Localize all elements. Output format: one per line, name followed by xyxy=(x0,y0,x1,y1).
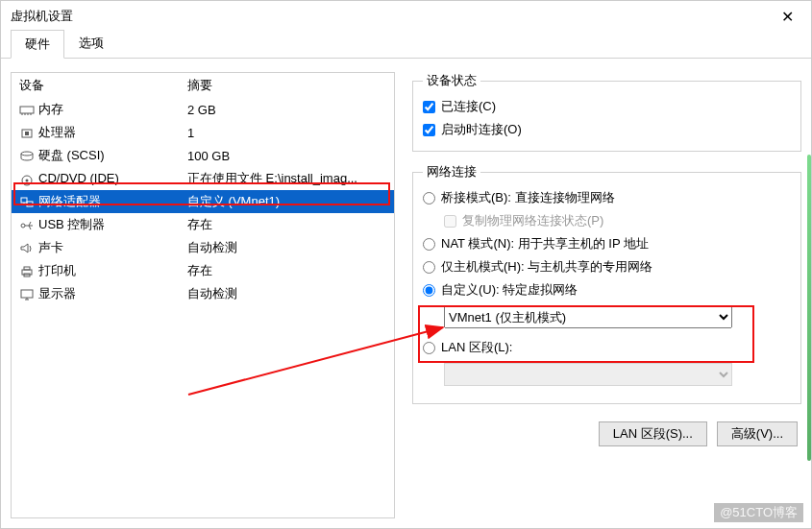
device-summary: 100 GB xyxy=(180,144,394,167)
settings-panel: 设备状态 已连接(C) 启动时连接(O) 网络连接 桥接模式(B): 直接连接物… xyxy=(412,72,801,518)
checkbox-connected-input[interactable] xyxy=(423,101,435,113)
checkbox-replicate-input xyxy=(444,215,456,228)
table-row[interactable]: 内存2 GB xyxy=(12,98,394,121)
checkbox-power-on-input[interactable] xyxy=(423,124,435,136)
close-icon[interactable]: ✕ xyxy=(774,8,801,26)
custom-vmnet-select[interactable]: VMnet1 (仅主机模式) xyxy=(444,305,732,328)
disk-icon xyxy=(19,150,35,162)
col-summary: 摘要 xyxy=(180,73,394,98)
radio-custom[interactable]: 自定义(U): 特定虚拟网络 xyxy=(423,278,791,301)
checkbox-connected[interactable]: 已连接(C) xyxy=(423,95,791,118)
col-device: 设备 xyxy=(12,73,180,98)
device-summary: 自动检测 xyxy=(180,282,394,305)
advanced-button[interactable]: 高级(V)... xyxy=(717,421,798,446)
hardware-list-panel: 设备 摘要 内存2 GB处理器1硬盘 (SCSI)100 GBCD/DVD (I… xyxy=(11,72,395,518)
device-name: 打印机 xyxy=(38,263,76,277)
radio-nat-label: NAT 模式(N): 用于共享主机的 IP 地址 xyxy=(441,235,649,252)
tab-bar: 硬件 选项 xyxy=(1,32,811,59)
radio-custom-input[interactable] xyxy=(423,284,435,297)
device-summary: 1 xyxy=(180,121,394,144)
network-legend: 网络连接 xyxy=(423,163,480,180)
network-connection-group: 网络连接 桥接模式(B): 直接连接物理网络 复制物理网络连接状态(P) NAT… xyxy=(412,163,801,404)
table-row[interactable]: USB 控制器存在 xyxy=(12,213,394,236)
svg-rect-21 xyxy=(21,290,33,298)
device-summary: 2 GB xyxy=(180,98,394,121)
svg-point-7 xyxy=(21,152,33,156)
radio-lan-label: LAN 区段(L): xyxy=(441,339,512,356)
radio-lan-input[interactable] xyxy=(423,342,435,354)
device-summary: 存在 xyxy=(180,259,394,282)
dialog-body: 设备 摘要 内存2 GB处理器1硬盘 (SCSI)100 GBCD/DVD (I… xyxy=(1,59,811,528)
device-summary: 正在使用文件 E:\install_imag... xyxy=(180,167,394,190)
device-name: 声卡 xyxy=(38,240,63,254)
hardware-table: 设备 摘要 内存2 GB处理器1硬盘 (SCSI)100 GBCD/DVD (I… xyxy=(12,73,394,305)
svg-point-9 xyxy=(26,179,29,181)
device-name: 网络适配器 xyxy=(38,194,101,208)
cd-icon xyxy=(19,174,35,186)
radio-hostonly-label: 仅主机模式(H): 与主机共享的专用网络 xyxy=(441,258,652,276)
display-icon xyxy=(19,288,35,301)
vm-settings-window: 虚拟机设置 ✕ 硬件 选项 设备 摘要 内存2 GB处理器1硬盘 (SCSI)1… xyxy=(0,0,812,529)
radio-bridge-input[interactable] xyxy=(423,192,435,204)
device-status-group: 设备状态 已连接(C) 启动时连接(O) xyxy=(412,72,801,152)
svg-line-17 xyxy=(29,226,31,229)
cpu-icon xyxy=(19,127,35,139)
device-name: USB 控制器 xyxy=(38,217,105,231)
checkbox-power-on[interactable]: 启动时连接(O) xyxy=(423,118,791,141)
table-row[interactable]: 处理器1 xyxy=(12,121,394,144)
svg-point-14 xyxy=(21,224,25,228)
table-row[interactable]: 硬盘 (SCSI)100 GB xyxy=(12,144,394,167)
device-summary: 存在 xyxy=(180,213,394,236)
watermark: @51CTO博客 xyxy=(714,503,803,522)
lan-segments-button[interactable]: LAN 区段(S)... xyxy=(599,421,707,446)
tab-options[interactable]: 选项 xyxy=(64,29,118,58)
printer-icon xyxy=(19,265,35,277)
radio-custom-label: 自定义(U): 特定虚拟网络 xyxy=(441,281,578,299)
device-name: 显示器 xyxy=(38,286,76,301)
table-row[interactable]: 声卡自动检测 xyxy=(12,236,394,259)
table-row[interactable]: 网络适配器自定义 (VMnet1) xyxy=(12,190,394,213)
device-summary: 自定义 (VMnet1) xyxy=(180,190,394,213)
usb-icon xyxy=(19,219,35,231)
radio-nat-input[interactable] xyxy=(423,238,435,251)
lan-segment-select xyxy=(444,363,732,386)
button-row: LAN 区段(S)... 高级(V)... xyxy=(412,416,801,446)
radio-nat[interactable]: NAT 模式(N): 用于共享主机的 IP 地址 xyxy=(423,232,791,255)
checkbox-replicate-label: 复制物理网络连接状态(P) xyxy=(462,212,603,229)
svg-rect-19 xyxy=(24,267,30,270)
table-row[interactable]: CD/DVD (IDE)正在使用文件 E:\install_imag... xyxy=(12,167,394,190)
scroll-indicator xyxy=(807,155,811,461)
device-name: 硬盘 (SCSI) xyxy=(38,148,105,162)
device-summary: 自动检测 xyxy=(180,236,394,259)
checkbox-connected-label: 已连接(C) xyxy=(441,98,496,115)
nic-icon xyxy=(19,196,35,208)
table-row[interactable]: 显示器自动检测 xyxy=(12,282,394,305)
svg-rect-6 xyxy=(25,132,29,135)
radio-hostonly-input[interactable] xyxy=(423,261,435,274)
memory-icon xyxy=(19,104,35,116)
tab-hardware[interactable]: 硬件 xyxy=(11,30,64,59)
device-name: 内存 xyxy=(38,102,63,116)
svg-line-16 xyxy=(29,222,31,226)
window-title: 虚拟机设置 xyxy=(11,8,73,25)
table-row[interactable]: 打印机存在 xyxy=(12,259,394,282)
device-name: 处理器 xyxy=(38,125,76,139)
radio-lan[interactable]: LAN 区段(L): xyxy=(423,336,791,359)
svg-rect-0 xyxy=(20,107,34,113)
titlebar: 虚拟机设置 ✕ xyxy=(1,1,811,32)
sound-icon xyxy=(19,242,35,254)
device-name: CD/DVD (IDE) xyxy=(38,171,119,185)
radio-bridge[interactable]: 桥接模式(B): 直接连接物理网络 xyxy=(423,186,791,209)
checkbox-power-on-label: 启动时连接(O) xyxy=(441,121,522,138)
radio-hostonly[interactable]: 仅主机模式(H): 与主机共享的专用网络 xyxy=(423,255,791,278)
device-status-legend: 设备状态 xyxy=(423,72,480,89)
svg-rect-10 xyxy=(21,198,27,203)
checkbox-replicate: 复制物理网络连接状态(P) xyxy=(444,209,791,232)
radio-bridge-label: 桥接模式(B): 直接连接物理网络 xyxy=(441,189,615,206)
